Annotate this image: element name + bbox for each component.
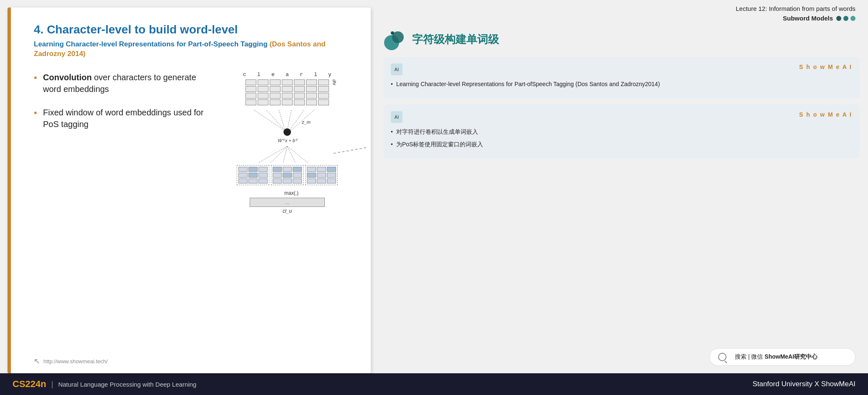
formula-text: W⁰ x + b⁰ (278, 138, 297, 143)
search-bar[interactable]: 搜索 | 微信 ShowMeAI研究中心 (709, 348, 855, 366)
card2-bullet-1: • 对字符进行卷积以生成单词嵌入 (391, 127, 852, 137)
bottom-bar: CS224n | Natural Language Processing wit… (0, 373, 868, 395)
convergence-arrows: z_m (245, 108, 329, 137)
card2-bullet-dot-1: • (391, 127, 393, 137)
char-col-4 (282, 79, 293, 105)
search-icon (718, 353, 726, 361)
cnn-diagram-area: c l e a r l y (220, 71, 354, 214)
lecture-dots (836, 16, 855, 21)
slide-body: Convolution over characters to generate … (34, 71, 354, 214)
card1-body: • Learning Character-level Representatio… (391, 79, 852, 89)
section-title-zh: 字符级构建单词级 (412, 32, 499, 47)
lecture-header: Lecture 12: Information from parts of wo… (383, 4, 860, 23)
char-c: c (239, 71, 251, 78)
char-col-2 (258, 79, 268, 105)
card1-text: Learning Character-level Representations… (396, 79, 660, 89)
ai-icon-label-2: AI (395, 115, 399, 120)
card2-text-1: 对字符进行卷积以生成单词嵌入 (396, 127, 478, 137)
bottom-subtitle: Natural Language Processing with Deep Le… (58, 381, 196, 388)
bullet-item-2: Fixed window of word embeddings used for… (34, 107, 212, 130)
char-col-3 (270, 79, 281, 105)
card2-bullet-2: • 为PoS标签使用固定窗口的词嵌入 (391, 140, 852, 150)
card1-bullet: • Learning Character-level Representatio… (391, 79, 852, 89)
search-label: 搜索 | 微信 (735, 353, 764, 360)
char-col-6 (306, 79, 317, 105)
cursor-icon: ↖ (34, 357, 40, 366)
subtitle-main: Learning Character-level Representations… (34, 40, 268, 48)
card2-body: • 对字符进行卷积以生成单词嵌入 • 为PoS标签使用固定窗口的词嵌入 (391, 127, 852, 150)
bottom-divider: | (51, 380, 53, 389)
section-header: 字符级构建单词级 (383, 28, 860, 51)
conv-group-3 (305, 165, 338, 185)
conv-group-2 (271, 165, 304, 185)
svg-line-12 (287, 146, 308, 163)
dot-3 (850, 16, 855, 21)
svg-line-2 (279, 110, 285, 131)
footer-url: http://www.showmeai.tech/ (43, 358, 108, 364)
svg-point-7 (283, 128, 291, 136)
card1-brand: S h o w M e A I (799, 64, 852, 70)
max-pool-section: max(.) … cl_u (220, 190, 354, 214)
section-wave-icon (383, 28, 406, 51)
svg-line-11 (287, 146, 296, 163)
connector-line (333, 147, 366, 154)
dot-2 (843, 16, 848, 21)
divergence-arrows (245, 144, 329, 165)
lecture-line2: Subword Models (783, 14, 833, 23)
ai-icon-label: AI (395, 67, 399, 72)
dhr-label: dhr (332, 79, 337, 85)
card2-bullet-dot-2: • (391, 140, 393, 150)
card-1: AI S h o w M e A I • Learning Character-… (383, 57, 860, 99)
svg-line-9 (271, 146, 287, 163)
card2-ai-icon: AI (391, 111, 402, 123)
char-e: e (267, 71, 279, 78)
dot-1 (836, 16, 841, 21)
slide-title: 4. Character-level to build word-level (34, 23, 354, 37)
char-col-5 (294, 79, 305, 105)
char-labels-row: c l e a r l y (239, 71, 336, 78)
char-l: l (253, 71, 265, 78)
svg-line-8 (258, 146, 287, 163)
char-col-7 (318, 79, 329, 105)
svg-line-3 (287, 110, 291, 131)
bullet-item-1: Convolution over characters to generate … (34, 71, 212, 95)
search-brand: ShowMeAI研究中心 (764, 353, 817, 360)
char-embedding-boxes: dhr (245, 79, 329, 105)
svg-line-1 (266, 110, 285, 131)
slide-subtitle: Learning Character-level Representations… (34, 39, 354, 59)
bullet1-bold: Convolution (43, 73, 92, 82)
char-a: a (281, 71, 293, 78)
conv-feature-maps (237, 165, 338, 185)
card2-header: AI S h o w M e A I (391, 111, 852, 123)
card-2: AI S h o w M e A I • 对字符进行卷积以生成单词嵌入 • 为P… (383, 104, 860, 159)
search-bar-container: 搜索 | 微信 ShowMeAI研究中心 (383, 348, 860, 369)
card1-ai-icon: AI (391, 64, 402, 75)
main-content: 4. Character-level to build word-level L… (0, 0, 868, 373)
char-r: r (296, 71, 307, 78)
card2-text-2: 为PoS标签使用固定窗口的词嵌入 (396, 140, 483, 150)
char-l2: l (310, 71, 321, 78)
card1-bullet-dot: • (391, 79, 393, 89)
char-col-1 (245, 79, 256, 105)
lecture-line1: Lecture 12: Information from parts of wo… (383, 4, 855, 14)
card2-brand: S h o w M e A I (799, 111, 852, 118)
char-y: y (324, 71, 336, 78)
bullet-list: Convolution over characters to generate … (34, 71, 212, 142)
svg-line-0 (254, 110, 285, 131)
svg-text:z_m: z_m (301, 120, 311, 125)
svg-point-15 (391, 31, 394, 35)
cs224n-label: CS224n (13, 379, 46, 390)
bottom-left: CS224n | Natural Language Processing wit… (13, 379, 196, 390)
clu-label: cl_u (283, 208, 292, 214)
stanford-showmeai-label: Stanford University X ShowMeAI (752, 380, 855, 388)
bottom-right: Stanford University X ShowMeAI (752, 380, 855, 388)
max-label: max(.) (284, 190, 299, 196)
slide-panel: 4. Character-level to build word-level L… (8, 8, 371, 373)
card1-header: AI S h o w M e A I (391, 64, 852, 75)
right-panel: Lecture 12: Information from parts of wo… (379, 0, 868, 373)
pool-box: … (250, 198, 325, 207)
conv-group-1 (237, 165, 269, 185)
search-text: 搜索 | 微信 ShowMeAI研究中心 (735, 353, 817, 361)
slide-footer: ↖ http://www.showmeai.tech/ (34, 357, 108, 366)
svg-line-10 (283, 146, 287, 163)
